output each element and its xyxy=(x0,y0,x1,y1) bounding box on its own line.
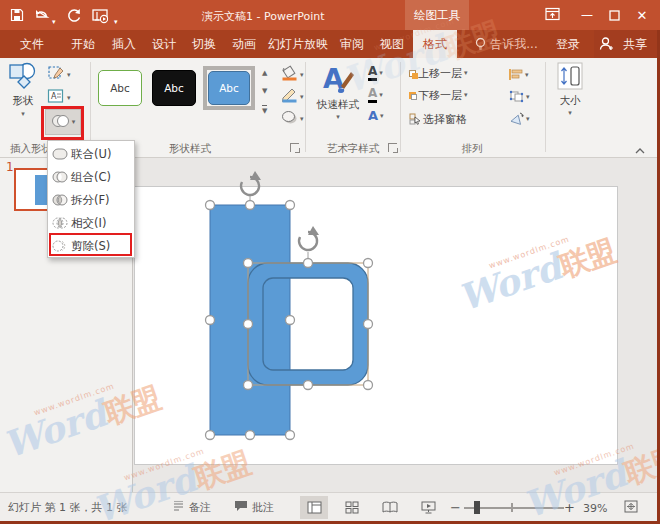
start-slideshow-icon[interactable] xyxy=(92,5,110,27)
tab-design[interactable]: 设计 xyxy=(144,30,184,58)
group-objects-icon xyxy=(509,88,524,107)
reading-view-button[interactable] xyxy=(376,496,404,519)
shape-outline-dropdown-icon: ▾ xyxy=(300,94,304,101)
normal-view-button[interactable] xyxy=(300,496,328,519)
slide-indicator-label: 幻灯片 第 1 张，共 1 张 xyxy=(8,500,127,515)
menu-item-intersect[interactable]: 相交(I) xyxy=(49,212,133,234)
shapes-layer xyxy=(134,160,618,472)
sign-in-button[interactable]: 登录 xyxy=(548,30,588,58)
quick-styles-button[interactable]: A 快速样式 ▾ xyxy=(313,62,363,136)
shape-styles-group-label: 形状样式 xyxy=(130,142,250,156)
group-objects-button[interactable]: ▾ xyxy=(509,88,530,107)
shape-fill-button[interactable]: ▾ xyxy=(281,65,304,85)
tab-view[interactable]: 视图 xyxy=(372,30,412,58)
text-fill-icon: A xyxy=(368,65,377,81)
minimize-icon[interactable]: — xyxy=(578,4,596,26)
selection-pane-button[interactable]: 选择窗格 xyxy=(409,110,467,129)
powerpoint-window: { "titlebar": { "title": "演示文稿1 - PowerP… xyxy=(0,0,660,524)
share-label: 共享 xyxy=(616,30,654,58)
wordart-dialog-launcher-icon[interactable] xyxy=(388,143,397,152)
gallery-more-icon[interactable]: ▼ xyxy=(262,105,267,115)
size-button[interactable]: 大小 ▾ xyxy=(550,62,590,136)
tab-transitions[interactable]: 切换 xyxy=(184,30,224,58)
notes-button[interactable]: 备注 xyxy=(172,493,211,522)
shape-style-tile-1[interactable]: Abc xyxy=(98,70,142,106)
contextual-tab-label: 绘图工具 xyxy=(414,8,460,23)
size-button-label: 大小 xyxy=(550,94,590,108)
menu-item-union[interactable]: 联合(U) xyxy=(49,143,133,165)
quick-styles-dropdown-icon: ▾ xyxy=(313,114,363,121)
text-effects-icon: A xyxy=(368,109,378,123)
bring-forward-button[interactable]: 上移一层 ▾ xyxy=(409,66,468,81)
align-button[interactable]: ▾ xyxy=(509,66,529,85)
gallery-down-icon[interactable]: ▼ xyxy=(262,87,267,95)
text-fill-button[interactable]: A ▾ xyxy=(368,65,383,81)
rotate-handle-frame[interactable] xyxy=(299,226,319,250)
menu-item-fragment[interactable]: 拆分(F) xyxy=(49,189,133,211)
send-backward-button[interactable]: 下移一层 ▾ xyxy=(409,88,468,103)
shape-style-tile-2[interactable]: Abc xyxy=(152,70,196,106)
save-icon[interactable] xyxy=(10,4,24,26)
ribbon-display-options-icon[interactable] xyxy=(545,7,560,21)
menu-item-subtract[interactable]: 剪除(S) xyxy=(49,235,133,257)
zoom-slider-thumb[interactable] xyxy=(474,501,480,514)
rotate-handle-rectangle[interactable] xyxy=(241,171,261,195)
text-effects-button[interactable]: A ▾ xyxy=(368,109,384,123)
edit-shape-button[interactable]: ▾ xyxy=(47,65,71,85)
rotate-button[interactable]: ▾ xyxy=(509,110,530,129)
menu-item-combine[interactable]: 组合(C) xyxy=(49,166,133,188)
fit-slide-to-window-icon[interactable] xyxy=(623,499,639,517)
shape-effects-button[interactable]: ▾ xyxy=(281,109,304,129)
window-title: 演示文稿1 - PowerPoint xyxy=(202,9,325,24)
zoom-level[interactable]: 39% xyxy=(583,502,607,515)
shape-outline-button[interactable]: ▾ xyxy=(281,87,304,107)
comments-button[interactable]: 批注 xyxy=(234,493,274,522)
status-bar: 幻灯片 第 1 张，共 1 张 备注 批注 − + 39% xyxy=(0,492,660,524)
tab-animations[interactable]: 动画 xyxy=(224,30,264,58)
shapes-icon xyxy=(8,75,38,94)
slideshow-view-button[interactable] xyxy=(414,496,442,519)
undo-button[interactable] xyxy=(34,4,50,26)
comments-label: 批注 xyxy=(252,500,274,515)
text-outline-button[interactable]: A ▾ xyxy=(368,87,383,103)
maximize-icon[interactable] xyxy=(605,4,623,26)
tab-insert[interactable]: 插入 xyxy=(104,30,144,58)
shape-style-tile-3-selected[interactable]: Abc xyxy=(203,66,255,110)
text-fill-dropdown-icon: ▾ xyxy=(379,70,383,77)
bring-forward-dropdown-icon: ▾ xyxy=(464,70,468,77)
tab-format-active[interactable]: 格式 xyxy=(413,30,457,58)
shapes-button-label: 形状 xyxy=(4,94,42,108)
merge-shapes-button[interactable]: ▾ xyxy=(45,109,81,135)
tab-review[interactable]: 审阅 xyxy=(332,30,372,58)
menu-item-label: 剪除(S) xyxy=(71,239,110,254)
close-icon[interactable]: ✕ xyxy=(632,4,652,26)
shape-styles-dialog-launcher-icon[interactable] xyxy=(290,143,299,152)
gallery-up-icon[interactable]: ▲ xyxy=(262,69,267,77)
menu-item-label: 拆分(F) xyxy=(71,193,110,208)
tab-home[interactable]: 开始 xyxy=(62,30,104,58)
size-icon xyxy=(557,75,583,94)
redo-icon[interactable] xyxy=(66,4,82,26)
style-tile-label: Abc xyxy=(164,82,184,94)
slide-sorter-view-button[interactable] xyxy=(338,496,366,519)
rotate-icon xyxy=(509,110,524,129)
edit-shape-icon xyxy=(47,65,65,85)
menu-item-label: 相交(I) xyxy=(71,216,106,231)
collapse-ribbon-icon[interactable] xyxy=(634,140,646,159)
shape-outline-icon xyxy=(281,87,298,107)
zoom-in-button[interactable]: + xyxy=(564,500,575,515)
ribbon-tab-row: 文件 开始 插入 设计 切换 动画 幻灯片放映 审阅 视图 格式 告诉我... … xyxy=(0,30,660,58)
tab-file[interactable]: 文件 xyxy=(8,30,56,58)
zoom-out-button[interactable]: − xyxy=(450,500,461,515)
text-box-button[interactable]: A ▾ xyxy=(47,88,71,108)
tab-slideshow[interactable]: 幻灯片放映 xyxy=(264,30,332,58)
comments-icon xyxy=(234,500,248,515)
text-box-dropdown-icon: ▾ xyxy=(67,95,71,102)
wordart-group-label: 艺术字样式 xyxy=(322,142,384,156)
tell-me-bulb-icon[interactable] xyxy=(474,37,487,56)
merge-shapes-menu: 联合(U) 组合(C) 拆分(F) 相交(I) 剪除(S) xyxy=(47,140,135,258)
tell-me-label[interactable]: 告诉我... xyxy=(488,30,540,58)
shapes-button[interactable]: 形状 ▾ xyxy=(4,62,42,136)
share-button[interactable]: 共享 xyxy=(594,30,660,58)
text-box-icon: A xyxy=(47,88,65,108)
